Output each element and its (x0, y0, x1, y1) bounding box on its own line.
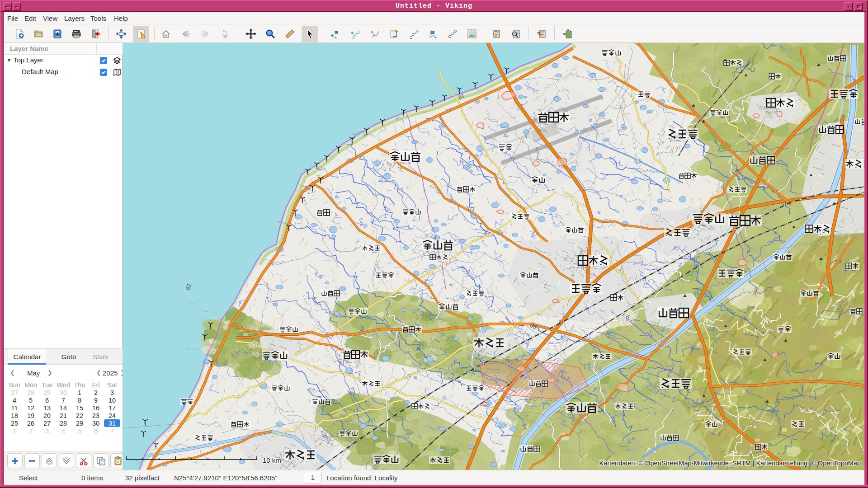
svg-text:10 km: 10 km (263, 456, 281, 464)
svg-text:Kartendaten: © OpenStreetMap-M: Kartendaten: © OpenStreetMap-Mitwirkende… (599, 460, 861, 467)
